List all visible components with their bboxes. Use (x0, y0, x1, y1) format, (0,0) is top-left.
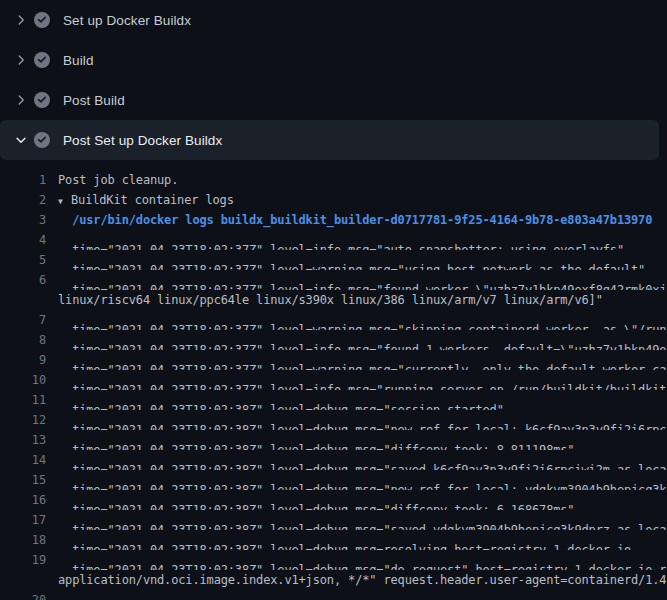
line-number[interactable]: 8 (0, 330, 46, 350)
line-number[interactable]: 7 (0, 310, 46, 330)
triangle-down-icon: ▼ (58, 192, 71, 211)
log-text: time="2021-04-23T18:02:38Z" level=debug … (58, 390, 504, 410)
line-number (0, 290, 46, 310)
log-text: time="2021-04-23T18:02:38Z" level=debug … (58, 490, 574, 510)
check-circle-icon (34, 12, 50, 28)
log-row: 17 time="2021-04-23T18:02:38Z" level=deb… (0, 510, 667, 530)
line-number[interactable]: 5 (0, 250, 46, 270)
log-row: 7 time="2021-04-23T18:02:37Z" level=warn… (0, 310, 667, 330)
log-text: time="2021-04-23T18:02:37Z" level=info m… (58, 270, 666, 290)
workflow-log-viewer: Set up Docker BuildxBuildPost BuildPost … (0, 0, 667, 600)
log-text: time="2021-04-23T18:02:37Z" level=info m… (58, 330, 666, 350)
line-number[interactable]: 19 (0, 550, 46, 570)
log-text: time="2021-04-23T18:02:37Z" level=warnin… (58, 310, 666, 330)
line-number[interactable]: 12 (0, 410, 46, 430)
log-text: time="2021-04-23T18:02:37Z" level=info m… (58, 370, 666, 390)
log-text: time="2021-04-23T18:02:38Z" level=debug … (58, 590, 666, 600)
log-group-label: BuildKit container logs (71, 193, 234, 207)
line-number[interactable]: 11 (0, 390, 46, 410)
line-number[interactable]: 16 (0, 490, 46, 510)
log-text: time="2021-04-23T18:02:38Z" level=debug … (58, 530, 631, 550)
line-number[interactable]: 17 (0, 510, 46, 530)
line-number[interactable]: 2 (0, 190, 46, 210)
log-text: time="2021-04-23T18:02:38Z" level=debug … (58, 470, 666, 490)
log-row: 1Post job cleanup. (0, 170, 667, 190)
line-number[interactable]: 4 (0, 230, 46, 250)
log-row: 8 time="2021-04-23T18:02:37Z" level=info… (0, 330, 667, 350)
chevron-down-icon (14, 133, 28, 147)
log-row: application/vnd.oci.image.index.v1+json,… (0, 570, 667, 590)
log-row: 18 time="2021-04-23T18:02:38Z" level=deb… (0, 530, 667, 550)
log-row: 10 time="2021-04-23T18:02:37Z" level=inf… (0, 370, 667, 390)
chevron-right-icon (14, 13, 28, 27)
line-number[interactable]: 6 (0, 270, 46, 290)
line-number[interactable]: 10 (0, 370, 46, 390)
chevron-right-icon (14, 93, 28, 107)
step-label: Set up Docker Buildx (63, 13, 191, 28)
step-row[interactable]: Post Set up Docker Buildx (0, 120, 659, 160)
chevron-right-icon (14, 53, 28, 67)
log-text: time="2021-04-23T18:02:37Z" level=warnin… (58, 250, 645, 270)
log-lines: 1Post job cleanup.2▼BuildKit container l… (0, 160, 667, 600)
line-number[interactable]: 1 (0, 170, 46, 190)
log-text: linux/riscv64 linux/ppc64le linux/s390x … (58, 290, 603, 310)
step-row[interactable]: Post Build (0, 80, 659, 120)
log-row: 14 time="2021-04-23T18:02:38Z" level=deb… (0, 450, 667, 470)
log-text: time="2021-04-23T18:02:38Z" level=debug … (58, 510, 666, 530)
log-row: 9 time="2021-04-23T18:02:37Z" level=warn… (0, 350, 667, 370)
log-group-toggle[interactable]: ▼BuildKit container logs (58, 190, 234, 210)
log-row: 12 time="2021-04-23T18:02:38Z" level=deb… (0, 410, 667, 430)
log-row: 6 time="2021-04-23T18:02:37Z" level=info… (0, 270, 667, 290)
step-label: Post Set up Docker Buildx (63, 133, 222, 148)
log-text: time="2021-04-23T18:02:38Z" level=debug … (58, 550, 666, 570)
log-text: time="2021-04-23T18:02:38Z" level=debug … (58, 450, 666, 470)
log-row: 20 time="2021-04-23T18:02:38Z" level=deb… (0, 590, 667, 600)
log-row: 3 /usr/bin/docker logs buildx_buildkit_b… (0, 210, 667, 230)
step-row[interactable]: Set up Docker Buildx (0, 0, 659, 40)
line-number[interactable]: 18 (0, 530, 46, 550)
check-circle-icon (34, 132, 50, 148)
check-circle-icon (34, 52, 50, 68)
line-number[interactable]: 9 (0, 350, 46, 370)
log-text: time="2021-04-23T18:02:38Z" level=debug … (58, 410, 666, 430)
step-label: Post Build (63, 93, 125, 108)
line-number[interactable]: 13 (0, 430, 46, 450)
line-number (0, 570, 46, 590)
line-number[interactable]: 14 (0, 450, 46, 470)
step-label: Build (63, 53, 94, 68)
step-row[interactable]: Build (0, 40, 659, 80)
log-text: time="2021-04-23T18:02:37Z" level=warnin… (58, 350, 666, 370)
check-circle-icon (34, 92, 50, 108)
log-text: application/vnd.oci.image.index.v1+json,… (58, 570, 666, 590)
log-row: 2▼BuildKit container logs (0, 190, 667, 210)
log-row: 11 time="2021-04-23T18:02:38Z" level=deb… (0, 390, 667, 410)
log-text: time="2021-04-23T18:02:38Z" level=debug … (58, 430, 574, 450)
line-number[interactable]: 20 (0, 590, 46, 600)
log-row: linux/riscv64 linux/ppc64le linux/s390x … (0, 290, 667, 310)
log-row: 13 time="2021-04-23T18:02:38Z" level=deb… (0, 430, 667, 450)
log-row: 4 time="2021-04-23T18:02:37Z" level=info… (0, 230, 667, 250)
steps-list: Set up Docker BuildxBuildPost BuildPost … (0, 0, 667, 160)
log-command-text: /usr/bin/docker logs buildx_buildkit_bui… (58, 210, 652, 230)
log-text: Post job cleanup. (58, 170, 178, 190)
log-row: 19 time="2021-04-23T18:02:38Z" level=deb… (0, 550, 667, 570)
log-text: time="2021-04-23T18:02:37Z" level=info m… (58, 230, 624, 250)
line-number[interactable]: 3 (0, 210, 46, 230)
line-number[interactable]: 15 (0, 470, 46, 490)
log-row: 15 time="2021-04-23T18:02:38Z" level=deb… (0, 470, 667, 490)
log-row: 5 time="2021-04-23T18:02:37Z" level=warn… (0, 250, 667, 270)
log-row: 16 time="2021-04-23T18:02:38Z" level=deb… (0, 490, 667, 510)
